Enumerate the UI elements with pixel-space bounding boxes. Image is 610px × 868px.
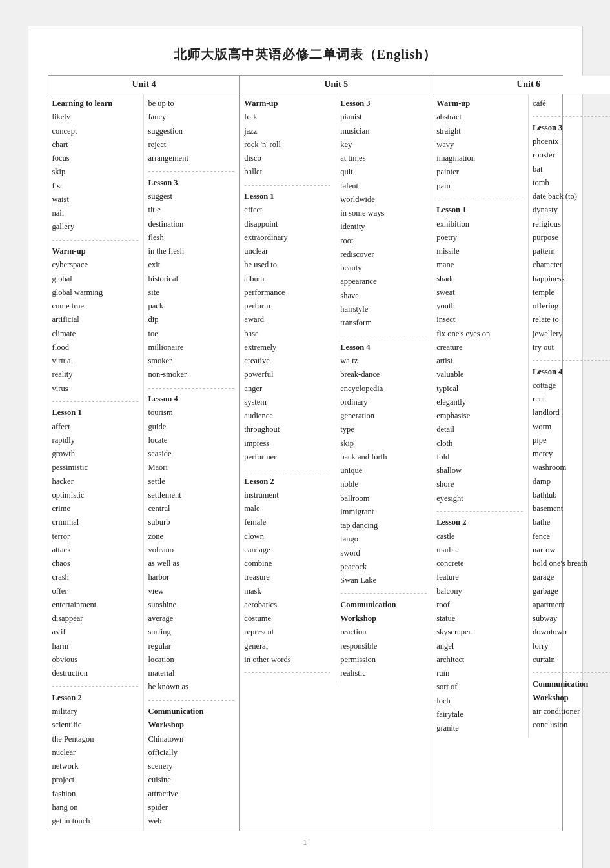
word-item: painter (436, 165, 524, 179)
word-item: global warming (52, 286, 140, 299)
sub-col-0-0: Learning to learnlikelyconceptchartfocus… (48, 94, 145, 831)
word-item: key (340, 138, 428, 152)
word-item: skip (340, 437, 428, 450)
word-item: award (244, 313, 332, 327)
word-item: project (52, 773, 140, 787)
word-item: type (340, 423, 428, 436)
word-item: the Pentagon (52, 732, 140, 746)
page-number: 1 (48, 838, 563, 847)
word-item: granite (436, 722, 524, 735)
word-item: dynasty (533, 203, 610, 217)
word-item: fix one's eyes on (436, 327, 524, 341)
word-item: suggest (148, 190, 236, 203)
word-item: bat (533, 163, 610, 176)
word-item: beauty (340, 261, 428, 275)
word-item: clown (244, 530, 332, 543)
word-item: fist (52, 179, 140, 193)
word-item: rapidly (52, 434, 140, 447)
word-item: in the flesh (148, 245, 236, 258)
word-item: attack (52, 543, 140, 557)
word-item: title (148, 203, 236, 217)
word-item: Lesson 1 (244, 190, 332, 203)
word-item: ------------------------ (533, 354, 610, 365)
word-item: ------------------------ (244, 179, 332, 190)
word-item: destruction (52, 667, 140, 680)
word-item: anger (244, 382, 332, 396)
word-item: café (533, 97, 610, 110)
word-item: feature (436, 570, 524, 584)
word-item: peacock (340, 560, 428, 574)
word-item: subway (533, 612, 610, 625)
word-item: Workshop (533, 691, 610, 705)
word-item: Lesson 2 (52, 691, 140, 705)
word-item: happiness (533, 272, 610, 286)
word-item: shore (436, 478, 524, 491)
word-item: encyclopedia (340, 382, 428, 396)
word-item: nail (52, 207, 140, 220)
word-item: detail (436, 423, 524, 436)
word-item: fashion (52, 787, 140, 801)
word-item: performer (244, 450, 332, 464)
word-item: be up to (148, 97, 236, 110)
word-item: harm (52, 640, 140, 653)
word-item: damp (533, 475, 610, 489)
word-item: nuclear (52, 746, 140, 760)
word-item: shade (436, 272, 524, 286)
word-item: base (244, 327, 332, 341)
word-item: sort of (436, 680, 524, 694)
sub-col-1-1: Lesson 3pianistmusiciankeyat timesquitta… (336, 94, 432, 683)
unit-header-0: Unit 4 (48, 76, 240, 94)
word-item: appearance (340, 275, 428, 288)
word-item: responsible (340, 640, 428, 653)
word-item: poetry (436, 231, 524, 245)
word-item: straight (436, 125, 524, 138)
word-item: bathtub (533, 489, 610, 502)
units-table: Unit 4Learning to learnlikelyconceptchar… (48, 75, 563, 831)
word-item: unclear (244, 245, 332, 258)
word-item: garbage (533, 585, 610, 598)
word-item: cyberspace (52, 258, 140, 272)
word-item: mask (244, 585, 332, 598)
word-item: flesh (148, 231, 236, 245)
word-item: hang on (52, 801, 140, 814)
word-item: valuable (436, 368, 524, 381)
word-item: Swan Lake (340, 574, 428, 587)
word-item: rediscover (340, 248, 428, 261)
word-item: network (52, 760, 140, 773)
word-item: ballroom (340, 492, 428, 505)
word-item: ------------------------ (148, 165, 236, 176)
word-item: reaction (340, 625, 428, 639)
word-item: ballet (244, 165, 332, 179)
word-item: fold (436, 450, 524, 464)
unit-inner-1: Warm-upfolkjazzrock 'n' rolldiscoballet-… (240, 94, 432, 683)
word-item: web (148, 814, 236, 828)
word-item: Chinatown (148, 732, 236, 746)
word-item: ------------------------ (148, 382, 236, 393)
unit-col-2: Unit 6Warm-upabstractstraightwavyimagina… (432, 76, 610, 831)
word-item: Warm-up (52, 245, 140, 258)
word-item: tap dancing (340, 519, 428, 532)
word-item: temple (533, 286, 610, 299)
word-item: garage (533, 570, 610, 584)
word-item: sweat (436, 286, 524, 299)
word-item: exit (148, 258, 236, 272)
word-item: Lesson 4 (340, 341, 428, 354)
word-item: powerful (244, 368, 332, 381)
page: 北师大版高中英语必修二单词表（English） Unit 4Learning t… (28, 26, 583, 868)
word-item: ordinary (340, 396, 428, 409)
word-item: settlement (148, 489, 236, 502)
word-item: cuisine (148, 773, 236, 787)
word-item: mercy (533, 447, 610, 461)
word-item: rooster (533, 148, 610, 162)
sub-col-2-0: Warm-upabstractstraightwavyimaginationpa… (432, 94, 529, 738)
word-item: costume (244, 612, 332, 625)
word-item: relate to (533, 313, 610, 327)
word-item: hold one's breath (533, 557, 610, 570)
word-item: female (244, 516, 332, 529)
word-item: washroom (533, 461, 610, 474)
word-item: ------------------------ (52, 234, 140, 245)
word-item: Maori (148, 461, 236, 474)
word-item: in some ways (340, 207, 428, 220)
word-item: central (148, 502, 236, 516)
word-item: reject (148, 138, 236, 152)
